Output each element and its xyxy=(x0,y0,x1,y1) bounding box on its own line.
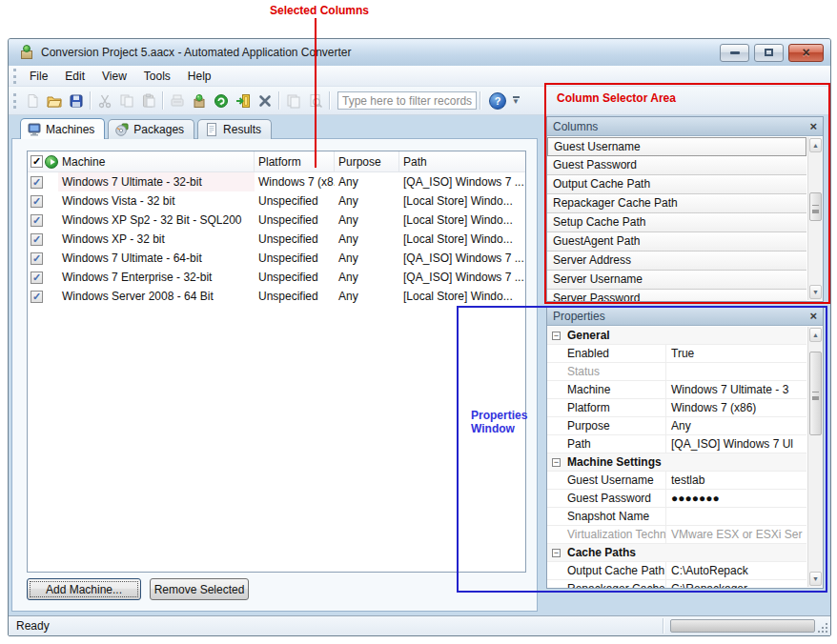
cut-button[interactable] xyxy=(93,90,115,111)
table-row[interactable]: Windows 7 Ultimate - 64-bit Unspecified … xyxy=(28,249,525,268)
property-row[interactable]: EnabledTrue xyxy=(547,345,806,363)
resize-grip[interactable] xyxy=(818,623,827,633)
row-checkbox[interactable] xyxy=(31,252,43,265)
scroll-down-icon[interactable]: ▼ xyxy=(809,572,822,586)
scroll-up-icon[interactable]: ▲ xyxy=(809,138,822,152)
column-item[interactable]: Server Address xyxy=(547,252,806,271)
scrollbar-thumb[interactable] xyxy=(809,352,822,435)
tab-machines[interactable]: Machines xyxy=(20,118,105,139)
property-row[interactable]: Guest Usernametestlab xyxy=(547,472,806,490)
property-value[interactable]: Windows 7 Ultimate - 3 xyxy=(666,383,806,396)
menu-edit[interactable]: Edit xyxy=(56,67,93,86)
property-row[interactable]: Repackager Cache PathC:\Repackager xyxy=(547,580,806,588)
property-group-row[interactable]: −General xyxy=(547,327,806,345)
help-button[interactable]: ? xyxy=(489,92,506,110)
tab-packages[interactable]: Packages xyxy=(108,119,194,139)
maximize-button[interactable] xyxy=(754,44,784,62)
property-row[interactable]: MachineWindows 7 Ultimate - 3 xyxy=(547,381,806,399)
remove-selected-button[interactable]: Remove Selected xyxy=(150,578,249,600)
collapse-icon[interactable]: − xyxy=(552,549,561,557)
columns-close-icon[interactable]: × xyxy=(809,120,817,132)
properties-close-icon[interactable]: × xyxy=(809,310,817,322)
property-group-row[interactable]: −Machine Settings xyxy=(547,453,806,472)
table-row[interactable]: Windows XP Sp2 - 32 Bit - SQL200 Unspeci… xyxy=(28,211,525,230)
save-project-button[interactable] xyxy=(65,90,87,111)
scroll-down-icon[interactable]: ▼ xyxy=(809,285,822,299)
property-row[interactable]: Virtualization TechnologVMware ESX or ES… xyxy=(547,526,806,544)
property-value[interactable]: True xyxy=(666,347,806,360)
property-value[interactable]: testlab xyxy=(666,473,806,487)
column-item[interactable]: Server Username xyxy=(547,271,806,290)
column-header-purpose[interactable]: Purpose xyxy=(335,151,399,171)
menu-help[interactable]: Help xyxy=(179,67,220,86)
property-value[interactable]: Windows 7 (x86) xyxy=(666,401,806,414)
property-value[interactable]: [QA_ISO] Windows 7 Ul xyxy=(666,437,806,451)
title-bar[interactable]: Conversion Project 5.aacx - Automated Ap… xyxy=(9,39,830,66)
property-group-row[interactable]: −Cache Paths xyxy=(547,544,806,562)
scrollbar-thumb[interactable] xyxy=(809,192,822,221)
column-item[interactable]: Setup Cache Path xyxy=(547,213,806,232)
open-project-button[interactable] xyxy=(43,90,65,111)
properties-panel-header[interactable]: Properties × xyxy=(547,307,823,326)
property-row[interactable]: PurposeAny xyxy=(547,417,806,435)
column-item[interactable]: GuestAgent Path xyxy=(547,232,806,252)
row-checkbox[interactable] xyxy=(31,176,43,189)
row-checkbox[interactable] xyxy=(31,272,43,284)
column-item[interactable]: Repackager Cache Path xyxy=(547,194,806,213)
row-checkbox[interactable] xyxy=(31,233,43,246)
property-value[interactable]: C:\AutoRepack xyxy=(666,564,806,577)
row-checkbox[interactable] xyxy=(31,291,43,303)
property-value[interactable]: Any xyxy=(666,419,806,433)
menu-tools[interactable]: Tools xyxy=(135,67,179,86)
toolbar-options-button[interactable]: ▼ xyxy=(509,91,522,111)
columns-panel-header[interactable]: Columns × xyxy=(547,117,823,136)
column-item[interactable]: Server Password xyxy=(547,290,806,301)
column-header-path[interactable]: Path xyxy=(399,151,525,171)
copy-button[interactable] xyxy=(115,90,137,111)
package-button[interactable] xyxy=(188,90,210,111)
table-row[interactable]: Windows Server 2008 - 64 Bit Unspecified… xyxy=(28,287,525,306)
columns-scrollbar[interactable]: ▲ ▼ xyxy=(807,137,823,300)
duplicate-button[interactable] xyxy=(282,90,304,111)
scroll-up-icon[interactable]: ▲ xyxy=(809,328,822,342)
column-header-machine[interactable]: Machine xyxy=(58,151,255,171)
property-row[interactable]: PlatformWindows 7 (x86) xyxy=(547,399,806,417)
property-value[interactable]: C:\Repackager xyxy=(666,582,806,588)
column-header-platform[interactable]: Platform xyxy=(255,151,335,171)
property-row[interactable]: Snapshot Name xyxy=(547,508,806,526)
row-checkbox[interactable] xyxy=(31,195,43,208)
table-row[interactable]: Windows 7 Enterprise - 32-bit Unspecifie… xyxy=(28,268,525,287)
menu-file[interactable]: File xyxy=(21,67,56,86)
run-export-button[interactable] xyxy=(232,90,254,111)
table-row[interactable]: Windows 7 Ultimate - 32-bit Windows 7 (x… xyxy=(28,172,525,191)
property-row[interactable]: Path[QA_ISO] Windows 7 Ul xyxy=(547,435,806,453)
select-all-checkbox[interactable] xyxy=(31,155,43,168)
property-value[interactable]: VMware ESX or ESXi Ser xyxy=(666,528,806,541)
minimize-button[interactable] xyxy=(720,44,749,62)
properties-scrollbar[interactable]: ▲ ▼ xyxy=(807,327,823,587)
property-value[interactable]: ●●●●●●● xyxy=(666,492,806,505)
paste-button[interactable] xyxy=(137,90,159,111)
collapse-icon[interactable]: − xyxy=(552,332,561,340)
menu-view[interactable]: View xyxy=(93,67,135,86)
capture-button[interactable] xyxy=(166,90,188,111)
cancel-button[interactable] xyxy=(254,90,276,111)
new-project-button[interactable] xyxy=(21,90,43,111)
property-row[interactable]: Guest Password●●●●●●● xyxy=(547,490,806,508)
filter-records-input[interactable] xyxy=(337,91,477,110)
start-conversion-button[interactable] xyxy=(210,90,232,111)
column-item[interactable]: Guest Username xyxy=(547,137,806,156)
cell-platform: Unspecified xyxy=(255,287,335,306)
tab-results[interactable]: Results xyxy=(197,119,272,139)
add-machine-button[interactable]: Add Machine... xyxy=(27,578,141,600)
column-item[interactable]: Output Cache Path xyxy=(547,175,806,194)
table-row[interactable]: Windows XP - 32 bit Unspecified Any [Loc… xyxy=(28,230,525,249)
preview-button[interactable] xyxy=(304,90,326,111)
collapse-icon[interactable]: − xyxy=(552,458,561,467)
property-row[interactable]: Status xyxy=(547,363,806,381)
column-item[interactable]: Guest Password xyxy=(547,156,806,175)
row-checkbox[interactable] xyxy=(31,214,43,227)
property-row[interactable]: Output Cache PathC:\AutoRepack xyxy=(547,562,806,580)
table-row[interactable]: Windows Vista - 32 bit Unspecified Any [… xyxy=(28,191,525,211)
close-button[interactable]: × xyxy=(788,44,824,62)
